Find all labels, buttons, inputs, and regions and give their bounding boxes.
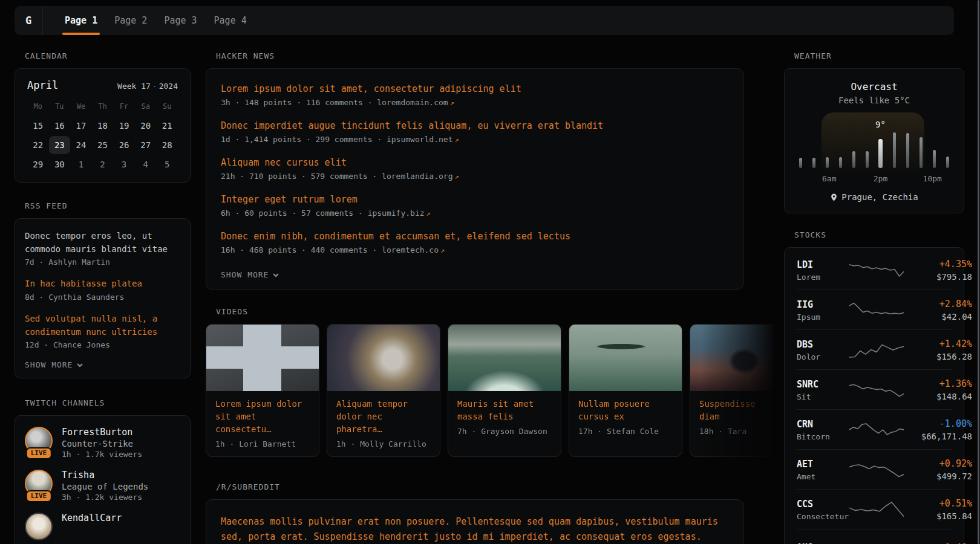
tab-page-2[interactable]: Page 2 [106, 6, 155, 35]
channel-game: Counter-Strike [62, 439, 142, 448]
video-card[interactable]: Lorem ipsum dolor sit amet consectetu… 1… [206, 324, 319, 457]
hn-show-more-button[interactable]: SHOW MORE [221, 270, 728, 279]
subreddit-section-label: /R/SUBREDDIT [216, 482, 743, 491]
stock-name: Consectetur [797, 512, 848, 521]
calendar-day: 25 [92, 136, 114, 154]
weekday-label: Sa [135, 100, 157, 115]
weekday-label: Th [92, 100, 114, 115]
stock-row[interactable]: LDI Lorem +4.35% $795.18 [797, 250, 952, 290]
stock-change: +4.35% [906, 259, 972, 270]
videos-carousel: Lorem ipsum dolor sit amet consectetu… 1… [206, 324, 782, 457]
weather-location-text: Prague, Czechia [841, 192, 918, 202]
channel-meta: 3h · 1.2k viewers [62, 493, 148, 502]
twitch-channel-row[interactable]: LIVE Trisha League of Legends 3h · 1.2k … [25, 470, 180, 502]
calendar-day: 20 [135, 117, 157, 135]
weather-bar [826, 157, 829, 168]
weather-bar [812, 158, 815, 168]
calendar-header: April Week 17·2024 [27, 79, 178, 91]
video-meta: 17h · Stefan Cole [569, 426, 682, 444]
hn-item-title[interactable]: Donec imperdiet augue tincidunt felis al… [221, 120, 728, 131]
rss-item: Sed volutpat nulla nisl, a condimentum n… [25, 312, 180, 349]
avatar [25, 513, 53, 540]
hackernews-widget: Lorem ipsum dolor sit amet, consectetur … [206, 68, 743, 290]
stock-sparkline [848, 339, 906, 361]
reddit-post-title[interactable]: Maecenas mollis pulvinar erat non posuer… [221, 514, 728, 544]
calendar-day-selected: 23 [49, 136, 71, 154]
weather-bar [839, 157, 842, 168]
weather-bars [797, 131, 952, 168]
show-more-label: SHOW MORE [221, 270, 269, 279]
rss-item-meta: 8d · Cynthia Saunders [25, 293, 180, 302]
weather-bar [933, 150, 936, 168]
avatar: LIVE [25, 427, 53, 455]
calendar-day: 17 [70, 117, 92, 135]
stock-price: $499.72 [906, 471, 972, 481]
hn-item-title[interactable]: Lorem ipsum dolor sit amet, consectetur … [221, 83, 728, 94]
weather-bar [799, 158, 802, 168]
video-card[interactable]: Nullam posuere cursus ex 17h · Stefan Co… [569, 324, 682, 457]
stock-row[interactable]: AET Amet +0.92% $499.72 [797, 449, 952, 489]
twitch-channel-row[interactable]: LIVE ForrestBurton Counter-Strike 1h · 1… [25, 427, 180, 459]
rss-widget: Donec tempor eros leo, ut commodo mauris… [15, 218, 191, 378]
hn-item-meta: 3h · 148 points · 116 comments · loremdo… [221, 98, 728, 107]
stock-symbol: AET [797, 459, 848, 470]
stock-row[interactable]: CRN Bitcorn -1.00% $66,171.48 [797, 409, 952, 449]
live-badge: LIVE [26, 490, 52, 502]
stock-row[interactable]: AHS +0.46% [797, 529, 952, 544]
stock-price: $795.18 [906, 272, 972, 282]
calendar-day: 24 [70, 136, 92, 154]
weather-bar [920, 137, 923, 168]
rss-show-more-button[interactable]: SHOW MORE [25, 360, 180, 369]
hn-item: Aliquam nec cursus elit 21h · 710 points… [221, 157, 728, 181]
hn-meta-text: 21h · 710 points · 579 comments · loreml… [221, 172, 453, 181]
channel-name: Trisha [62, 470, 148, 481]
stock-row[interactable]: CCS Consectetur +0.51% $165.84 [797, 489, 952, 529]
hn-meta-text: 1d · 1,414 points · 299 comments · ipsum… [221, 135, 453, 144]
stock-change: +1.42% [906, 338, 972, 349]
video-card[interactable]: Aliquam tempor dolor nec pharetra… 1h · … [327, 324, 440, 457]
hn-item-title[interactable]: Integer eget rutrum lorem [221, 194, 728, 205]
app-logo[interactable]: G [15, 6, 42, 35]
weather-location: Prague, Czechia [797, 192, 952, 202]
top-bar: G Page 1 Page 2 Page 3 Page 4 [15, 6, 954, 35]
rss-item-title[interactable]: Donec tempor eros leo, ut commodo mauris… [25, 230, 180, 256]
tab-page-4[interactable]: Page 4 [206, 6, 255, 35]
weather-bar [852, 151, 855, 168]
twitch-channel-row[interactable]: KendallCarr [25, 513, 180, 540]
calendar-widget: April Week 17·2024 Mo Tu We Th Fr Sa Su … [15, 68, 191, 183]
calendar-day-outside: 5 [156, 155, 178, 173]
video-card[interactable]: Mauris sit amet massa felis 7h · Grayson… [448, 324, 561, 457]
video-title: Mauris sit amet massa felis [448, 391, 561, 426]
hn-item-title[interactable]: Donec enim nibh, condimentum et accumsan… [221, 231, 728, 242]
hn-item: Donec enim nibh, condimentum et accumsan… [221, 231, 728, 254]
stock-symbol: CRN [797, 419, 848, 430]
rss-item-title[interactable]: In hac habitasse platea [25, 277, 180, 291]
weather-bar [878, 139, 883, 168]
tab-page-1[interactable]: Page 1 [56, 6, 106, 35]
page-scrollbar[interactable] [978, 0, 979, 544]
weather-hourly-chart: 9° 6am 2pm 10pm [797, 118, 952, 184]
calendar-day: 21 [156, 117, 178, 135]
channel-game: League of Legends [62, 482, 148, 491]
stock-change: +0.51% [906, 498, 972, 509]
rss-section-label: RSS FEED [25, 201, 191, 210]
stock-symbol: DBS [797, 339, 848, 350]
stock-name: Bitcorn [797, 432, 848, 441]
hn-item-meta: 6h · 60 points · 57 comments · ipsumify.… [221, 209, 728, 218]
weekday-label: Su [156, 100, 178, 115]
hackernews-section-label: HACKER NEWS [216, 51, 743, 60]
stock-name: Lorem [797, 273, 848, 282]
hn-item-title[interactable]: Aliquam nec cursus elit [221, 157, 728, 168]
stock-row[interactable]: IIG Ipsum +2.84% $42.04 [797, 290, 952, 329]
tab-page-3[interactable]: Page 3 [155, 6, 205, 35]
dashboard-content: CALENDAR April Week 17·2024 Mo Tu We Th … [0, 51, 980, 544]
stock-row[interactable]: DBS Dolor +1.42% $156.28 [797, 329, 952, 369]
hn-item: Integer eget rutrum lorem 6h · 60 points… [221, 194, 728, 218]
left-column: CALENDAR April Week 17·2024 Mo Tu We Th … [15, 51, 191, 544]
stock-row[interactable]: SNRC Sit +1.36% $148.64 [797, 369, 952, 409]
calendar-year: 2024 [159, 82, 178, 91]
video-meta: 1h · Lori Barnett [206, 438, 319, 456]
stock-sparkline [848, 379, 906, 401]
video-thumbnail [448, 325, 561, 391]
rss-item-title[interactable]: Sed volutpat nulla nisl, a condimentum n… [25, 312, 180, 338]
